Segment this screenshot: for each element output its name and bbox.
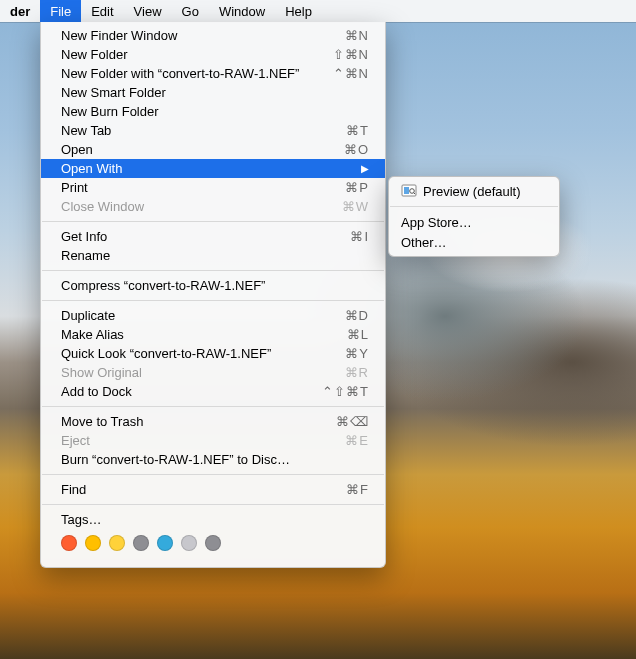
submenu-item-label: Other… [401,235,545,250]
menu-item-label: Tags… [61,512,369,527]
menu-separator [42,300,384,301]
menu-item-shortcut: ⌘P [345,180,369,195]
menu-item-shortcut: ⌃⇧⌘T [322,384,369,399]
menu-item-tags[interactable]: Tags… [41,510,385,529]
menu-item-compress[interactable]: Compress “convert-to-RAW-1.NEF” [41,276,385,295]
tag-dot[interactable] [61,535,77,551]
submenu-arrow-icon: ▶ [361,163,369,174]
menu-item-new-smart-folder[interactable]: New Smart Folder [41,83,385,102]
menu-item-get-info[interactable]: Get Info ⌘I [41,227,385,246]
menu-item-shortcut: ⌘O [344,142,369,157]
menu-item-new-folder[interactable]: New Folder ⇧⌘N [41,45,385,64]
menu-item-label: Rename [61,248,369,263]
menu-item-shortcut: ⌃⌘N [333,66,369,81]
menu-separator [42,221,384,222]
menubar-item-edit[interactable]: Edit [81,0,123,22]
menu-item-shortcut: ⌘N [345,28,369,43]
menu-separator [42,474,384,475]
menu-item-label: Close Window [61,199,342,214]
menu-separator [42,406,384,407]
menu-item-label: Burn “convert-to-RAW-1.NEF” to Disc… [61,452,369,467]
menu-item-label: Open With [61,161,353,176]
menu-item-label: Print [61,180,345,195]
menu-item-label: Compress “convert-to-RAW-1.NEF” [61,278,369,293]
menu-item-shortcut: ⌘D [345,308,369,323]
submenu-item-other[interactable]: Other… [389,232,559,252]
menu-item-label: Make Alias [61,327,347,342]
menu-item-add-to-dock[interactable]: Add to Dock ⌃⇧⌘T [41,382,385,401]
submenu-item-preview-default[interactable]: Preview (default) [389,181,559,201]
menu-item-shortcut: ⌘I [350,229,369,244]
menu-item-find[interactable]: Find ⌘F [41,480,385,499]
menu-item-label: New Finder Window [61,28,345,43]
svg-rect-1 [404,187,409,194]
menu-item-print[interactable]: Print ⌘P [41,178,385,197]
menu-item-shortcut: ⌘R [345,365,369,380]
tag-dot[interactable] [133,535,149,551]
menubar-item-view[interactable]: View [124,0,172,22]
menu-item-new-finder-window[interactable]: New Finder Window ⌘N [41,26,385,45]
menu-item-shortcut: ⌘T [346,123,369,138]
menu-item-shortcut: ⌘E [345,433,369,448]
menu-item-label: Duplicate [61,308,345,323]
menu-item-new-tab[interactable]: New Tab ⌘T [41,121,385,140]
tag-dot[interactable] [85,535,101,551]
menu-item-move-to-trash[interactable]: Move to Trash ⌘⌫ [41,412,385,431]
submenu-item-app-store[interactable]: App Store… [389,212,559,232]
menu-item-shortcut: ⌘L [347,327,369,342]
file-menu-dropdown: New Finder Window ⌘N New Folder ⇧⌘N New … [40,22,386,568]
menubar-item-file[interactable]: File [40,0,81,22]
menu-separator [42,270,384,271]
menu-item-label: Eject [61,433,345,448]
menu-item-duplicate[interactable]: Duplicate ⌘D [41,306,385,325]
menubar-item-window[interactable]: Window [209,0,275,22]
app-name-truncated[interactable]: der [0,0,40,22]
menu-item-label: Show Original [61,365,345,380]
menu-item-close-window: Close Window ⌘W [41,197,385,216]
menu-item-show-original: Show Original ⌘R [41,363,385,382]
tag-color-row [41,529,385,557]
menu-separator [390,206,558,207]
menu-item-shortcut: ⇧⌘N [333,47,369,62]
submenu-item-label: Preview (default) [423,184,545,199]
tag-dot[interactable] [181,535,197,551]
open-with-submenu: Preview (default) App Store… Other… [388,176,560,257]
menu-item-shortcut: ⌘F [346,482,369,497]
menu-item-shortcut: ⌘W [342,199,369,214]
menu-item-shortcut: ⌘Y [345,346,369,361]
menu-item-quick-look[interactable]: Quick Look “convert-to-RAW-1.NEF” ⌘Y [41,344,385,363]
menubar-item-go[interactable]: Go [172,0,209,22]
tag-dot[interactable] [157,535,173,551]
menu-item-new-folder-with-selection[interactable]: New Folder with “convert-to-RAW-1.NEF” ⌃… [41,64,385,83]
submenu-item-label: App Store… [401,215,545,230]
menu-item-make-alias[interactable]: Make Alias ⌘L [41,325,385,344]
menu-item-shortcut: ⌘⌫ [336,414,369,429]
menu-item-open[interactable]: Open ⌘O [41,140,385,159]
menu-item-burn-to-disc[interactable]: Burn “convert-to-RAW-1.NEF” to Disc… [41,450,385,469]
menu-item-new-burn-folder[interactable]: New Burn Folder [41,102,385,121]
menu-item-eject: Eject ⌘E [41,431,385,450]
menu-item-open-with[interactable]: Open With ▶ [41,159,385,178]
menu-separator [42,504,384,505]
menu-item-label: New Smart Folder [61,85,369,100]
menu-item-label: New Folder with “convert-to-RAW-1.NEF” [61,66,333,81]
menubar: der File Edit View Go Window Help [0,0,636,22]
tag-dot[interactable] [205,535,221,551]
menu-item-label: New Folder [61,47,333,62]
menubar-item-help[interactable]: Help [275,0,322,22]
tag-dot[interactable] [109,535,125,551]
menu-item-label: Add to Dock [61,384,322,399]
menu-item-label: Move to Trash [61,414,336,429]
preview-app-icon [401,183,417,199]
menu-item-label: Quick Look “convert-to-RAW-1.NEF” [61,346,345,361]
menu-item-label: Find [61,482,346,497]
menu-item-rename[interactable]: Rename [41,246,385,265]
menu-item-label: New Burn Folder [61,104,369,119]
menu-item-label: New Tab [61,123,346,138]
menu-item-label: Get Info [61,229,350,244]
menu-item-label: Open [61,142,344,157]
